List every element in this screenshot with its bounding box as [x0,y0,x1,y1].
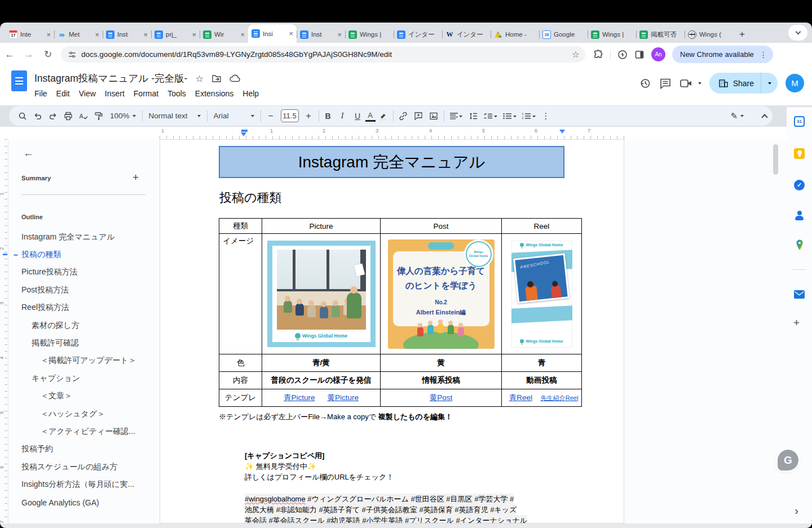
google-docs-icon[interactable] [11,70,27,91]
search-menus-icon[interactable] [15,108,30,123]
outline-item[interactable]: 投稿スケジュールの組み方 [8,458,158,476]
browser-tab[interactable]: Wings | [345,26,394,43]
maps-icon[interactable] [793,239,805,251]
keep-icon[interactable] [793,148,805,159]
checklist-icon[interactable] [481,108,500,123]
bulleted-list-icon[interactable] [500,108,519,123]
browser-tab[interactable]: 17 Inte × [6,26,54,43]
browser-tab[interactable]: ∞ Met × [54,26,103,43]
menu-view[interactable]: View [74,87,100,100]
close-icon[interactable]: × [95,31,99,38]
template-link[interactable]: 黄Post [430,393,453,402]
browser-tab[interactable]: prj_ × [151,26,200,43]
menu-extensions[interactable]: Extensions [191,87,238,100]
template-link[interactable]: 青Reel [509,393,532,402]
reload-button[interactable]: ↻ [38,48,58,60]
underline-icon[interactable]: U [350,108,365,123]
more-options-icon[interactable]: ⋮ [539,108,554,123]
extensions-icon[interactable] [593,50,603,60]
redo-icon[interactable] [45,108,60,123]
font-size-field[interactable]: 11.5 [281,109,299,122]
browser-tab[interactable]: Inst × [297,26,345,43]
add-comment-icon[interactable] [411,108,426,123]
close-outline-icon[interactable]: ← [23,147,34,159]
align-icon[interactable] [447,108,466,123]
document-page[interactable]: Instagram 完全マニュアル 投稿の種類 種類 Picture Post … [160,139,624,523]
numbered-list-icon[interactable]: 12 [519,108,539,123]
italic-icon[interactable]: I [335,108,350,123]
menu-insert[interactable]: Insert [100,87,129,100]
side-panel-icon[interactable] [634,50,645,60]
expand-panel-icon[interactable]: › [795,504,798,517]
browser-tab[interactable]: Home - [491,26,539,43]
move-folder-icon[interactable] [211,73,222,83]
template-link[interactable]: 黄Picture [327,393,359,402]
browser-tab[interactable]: 掲載可否 [636,26,685,43]
browser-tab[interactable]: Inst × [103,26,151,43]
close-icon[interactable]: × [289,30,293,37]
performance-icon[interactable] [617,50,628,60]
outline-item[interactable]: ＜掲載許可アップデート＞ [8,352,158,370]
meet-video-icon[interactable] [679,78,701,89]
version-history-icon[interactable] [639,77,651,90]
menu-format[interactable]: Format [129,87,163,100]
outline-item[interactable]: Google Analytics (GA) [8,494,158,511]
comments-icon[interactable] [659,77,672,90]
insert-link-icon[interactable] [396,108,411,123]
outline-item[interactable]: Instagram 完全マニュアル [8,228,158,246]
decrease-font-icon[interactable]: − [263,108,279,123]
bookmark-star-icon[interactable]: ☆ [572,49,580,60]
star-doc-icon[interactable]: ☆ [195,73,203,84]
menu-edit[interactable]: Edit [52,87,74,100]
outline-item[interactable]: ＜ハッシュタグ＞ [8,405,158,423]
close-icon[interactable]: × [337,31,342,38]
close-icon[interactable]: × [143,31,148,38]
outline-item[interactable]: Reel投稿方法 [8,299,158,317]
print-icon[interactable] [60,108,76,123]
add-summary-icon[interactable]: + [133,171,139,184]
contacts-icon[interactable] [793,210,805,221]
close-icon[interactable]: × [192,31,196,38]
document-scrollbar[interactable] [773,144,778,175]
browser-menu-icon[interactable]: ⋮ [760,50,767,59]
outline-item[interactable]: 素材の探し方 [8,317,158,334]
outline-item[interactable]: 投稿予約 [8,441,158,458]
url-text[interactable]: docs.google.com/document/d/1Rq53vm89-LYG… [81,50,572,59]
browser-tab-active[interactable]: Insi × [248,24,297,43]
outline-item[interactable]: 掲載許可確認 [8,334,158,352]
site-info-icon[interactable] [68,50,77,59]
paragraph-style-select[interactable]: Normal text [145,112,205,120]
outline-item[interactable]: ＜文章＞ [8,388,158,405]
new-tab-button[interactable]: + [734,26,750,42]
outline-item[interactable]: ＜アクティビティー確認... [8,423,158,440]
line-spacing-icon[interactable] [466,108,481,123]
document-status-cloud-icon[interactable] [230,74,241,83]
template-link[interactable]: 先生紹介Reel [541,394,579,401]
text-color-icon[interactable]: A [365,110,376,122]
outline-item[interactable]: Picture投稿方法 [8,264,158,281]
browser-profile-avatar[interactable]: An [651,47,665,61]
new-chrome-available-button[interactable]: New Chrome available ⋮ [672,46,773,63]
account-avatar[interactable]: M [785,74,804,92]
editing-mode-select[interactable]: ✎ [726,111,748,121]
doc-title[interactable]: Instagram投稿マニュアル -完全版- [34,72,187,85]
highlight-color-icon[interactable] [376,108,391,123]
menu-help[interactable]: Help [238,87,263,100]
right-indent-marker[interactable] [559,130,565,134]
hide-menus-icon[interactable] [761,114,767,120]
url-field[interactable]: docs.google.com/document/d/1Rq53vm89-LYG… [61,46,585,63]
outline-item[interactable]: キャプション [8,370,158,387]
tasks-icon[interactable]: ✓ [793,179,805,191]
mail-addon-icon[interactable] [793,289,805,300]
share-dropdown[interactable] [761,73,778,94]
outline-item-active[interactable]: –投稿の種類 [8,246,158,263]
outline-item[interactable]: Insights分析方法（毎月頭に実... [8,476,158,493]
close-icon[interactable]: × [46,31,51,38]
browser-tab[interactable]: インター [394,26,442,43]
back-button[interactable]: ← [0,49,19,60]
horizontal-ruler[interactable]: 1 1 2 3 4 5 6 7 [0,127,812,139]
browser-tab[interactable]: 28 Google [539,26,588,43]
menu-tools[interactable]: Tools [163,87,191,100]
insert-image-icon[interactable] [426,108,442,123]
share-button-main[interactable]: Share [709,73,761,94]
